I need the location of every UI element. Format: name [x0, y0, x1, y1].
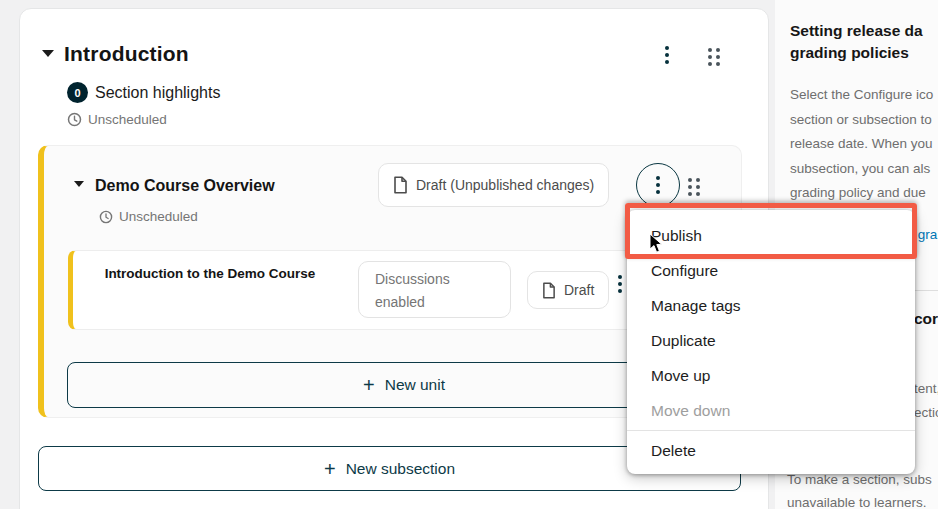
- subsection-kebab-menu-button[interactable]: [636, 163, 680, 207]
- menu-item-duplicate[interactable]: Duplicate: [627, 323, 915, 358]
- section-schedule-label: Unscheduled: [88, 112, 167, 127]
- menu-item-publish[interactable]: Publish: [627, 218, 915, 253]
- discussions-badge-line2: enabled: [375, 291, 510, 314]
- subsection-status-badge: Draft (Unpublished changes): [378, 163, 609, 207]
- section-drag-handle-icon[interactable]: [706, 46, 722, 68]
- plus-icon: +: [324, 459, 336, 479]
- sidebar-paragraph-line: section or subsection to: [790, 108, 933, 133]
- new-subsection-label: New subsection: [346, 460, 455, 478]
- unit-status-label: Draft: [564, 282, 594, 298]
- sidebar-paragraph-line: release date. When you: [790, 132, 933, 157]
- section-title: Introduction: [64, 42, 189, 66]
- grading-link-fragment[interactable]: gra: [918, 227, 938, 242]
- highlights-count-badge: 0: [67, 82, 88, 103]
- section-collapse-caret-icon[interactable]: [42, 50, 54, 57]
- sidebar-text-fragment: tent,: [914, 381, 938, 396]
- subsection-context-menu: Publish Configure Manage tags Duplicate …: [627, 210, 915, 474]
- menu-item-configure[interactable]: Configure: [627, 253, 915, 288]
- sidebar-heading2-fragment: cor: [914, 308, 938, 330]
- sidebar-heading-line1: Setting release da: [790, 20, 923, 42]
- sidebar-link-row: :gra: [914, 227, 937, 242]
- clock-icon: [99, 210, 113, 224]
- new-unit-label: New unit: [385, 376, 445, 394]
- sidebar-paragraph-line: subsection, you can als: [790, 157, 933, 182]
- menu-item-move-up[interactable]: Move up: [627, 358, 915, 393]
- sidebar-paragraph-line: Select the Configure ico: [790, 83, 933, 108]
- sidebar-paragraph: Select the Configure ico section or subs…: [790, 83, 933, 206]
- clock-icon: [67, 112, 82, 127]
- subsection-status-label: Draft (Unpublished changes): [416, 177, 594, 193]
- sidebar-text-fragment: ectio: [914, 405, 938, 420]
- menu-item-move-down: Move down: [627, 393, 915, 428]
- sidebar-bottom-line2: unavailable to learners.: [787, 491, 932, 509]
- sidebar-bottom-paragraph: To make a section, subs unavailable to l…: [787, 468, 932, 509]
- subsection-schedule-label: Unscheduled: [119, 209, 198, 224]
- section-schedule-row: Unscheduled: [67, 112, 167, 127]
- unit-kebab-menu-button[interactable]: [616, 273, 624, 295]
- section-highlights-button[interactable]: Section highlights: [95, 84, 220, 102]
- document-icon: [542, 282, 556, 299]
- subsection-schedule-row: Unscheduled: [99, 209, 198, 224]
- section-kebab-menu-button[interactable]: [663, 44, 671, 66]
- unit-status-badge: Draft: [527, 271, 609, 309]
- plus-icon: +: [363, 375, 375, 395]
- discussions-badge-line1: Discussions: [375, 268, 510, 291]
- subsection-title: Demo Course Overview: [95, 177, 275, 195]
- menu-divider: [627, 430, 915, 431]
- sidebar-paragraph-line: grading policy and due: [790, 181, 933, 206]
- sidebar-heading-line2: grading policies: [790, 42, 909, 64]
- subsection-collapse-caret-icon[interactable]: [74, 181, 84, 187]
- subsection-drag-handle-icon[interactable]: [686, 176, 702, 198]
- course-outline-page: Setting release da grading policies Sele…: [0, 0, 938, 509]
- discussions-enabled-badge: Discussions enabled: [358, 261, 511, 318]
- document-icon: [393, 176, 408, 194]
- unit-title[interactable]: Introduction to the Demo Course: [95, 264, 325, 283]
- menu-item-manage-tags[interactable]: Manage tags: [627, 288, 915, 323]
- menu-item-delete[interactable]: Delete: [627, 433, 915, 468]
